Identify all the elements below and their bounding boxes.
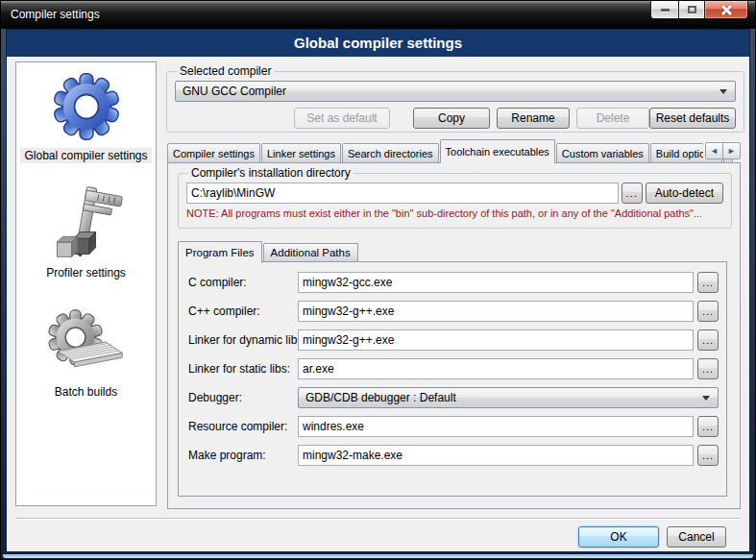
browse-cpp-compiler-button[interactable]: ... (697, 301, 719, 322)
sidebar-item-label: Batch builds (51, 384, 121, 400)
field-row-c-compiler: C compiler: ... (188, 272, 719, 293)
browse-make-program-button[interactable]: ... (697, 445, 719, 466)
resource-compiler-input[interactable] (298, 416, 694, 437)
tab-compiler-settings[interactable]: Compiler settings (167, 143, 260, 163)
chevron-down-icon (702, 396, 710, 401)
dialog-frame: Global compiler settings (6, 29, 750, 552)
copy-button[interactable]: Copy (413, 108, 490, 129)
arrow-left-icon: ◄ (710, 146, 719, 156)
titlebar[interactable]: Compiler settings (1, 1, 755, 29)
rename-button[interactable]: Rename (497, 108, 570, 129)
main-tabbar: Compiler settings Linker settings Search… (167, 137, 741, 163)
gear-gray-papers-icon (45, 304, 128, 381)
installation-directory-group-label: Compiler's installation directory (188, 166, 354, 180)
sidebar-item-batch-builds[interactable]: Batch builds (16, 304, 156, 400)
dynamic-linker-label: Linker for dynamic libs: (188, 333, 298, 347)
gear-blue-icon (51, 68, 122, 145)
minimize-button[interactable] (650, 1, 679, 19)
installation-directory-input[interactable] (186, 183, 619, 204)
make-program-input[interactable] (298, 445, 694, 466)
auto-detect-button[interactable]: Auto-detect (646, 183, 723, 204)
sidebar-item-global-compiler-settings[interactable]: Global compiler settings (16, 68, 156, 163)
restore-button[interactable] (678, 1, 705, 19)
program-files-page: C compiler: ... C++ compiler: ... Linker… (178, 261, 727, 497)
footer-divider (16, 518, 740, 520)
field-row-resource-compiler: Resource compiler: ... (188, 416, 719, 437)
window-title: Compiler settings (11, 8, 100, 21)
field-row-cpp-compiler: C++ compiler: ... (188, 301, 719, 322)
arrow-right-icon: ► (727, 146, 736, 156)
restore-icon (688, 6, 696, 13)
toolchain-executables-page: Compiler's installation directory ... Au… (167, 162, 741, 509)
field-row-debugger: Debugger: GDB/CDB debugger : Default (188, 387, 719, 408)
compiler-actions-row: Set as default Copy Rename Delete Reset … (175, 108, 736, 129)
sidebar-item-label: Profiler settings (42, 265, 130, 280)
debugger-value: GDB/CDB debugger : Default (305, 391, 702, 404)
tab-scroll-buttons: ◄ ► (703, 142, 741, 159)
ok-button[interactable]: OK (578, 526, 659, 548)
settings-category-sidebar: Global compiler settings (15, 61, 157, 506)
sidebar-item-profiler-settings[interactable]: Profiler settings (16, 185, 156, 280)
c-compiler-input[interactable] (298, 272, 694, 293)
delete-button[interactable]: Delete (576, 108, 649, 129)
make-program-label: Make program: (188, 449, 298, 462)
window-controls (650, 1, 748, 19)
tab-search-directories[interactable]: Search directories (342, 143, 439, 163)
program-files-tabbar: Program Files Additional Paths (178, 239, 359, 262)
cancel-button[interactable]: Cancel (667, 526, 726, 548)
installation-directory-row: ... Auto-detect (186, 183, 723, 204)
tab-scroll-right-button[interactable]: ► (722, 142, 741, 159)
static-linker-input[interactable] (298, 358, 694, 379)
page-title: Global compiler settings (7, 30, 749, 57)
subtab-additional-paths[interactable]: Additional Paths (263, 243, 358, 262)
caliper-icon (49, 185, 124, 262)
browse-resource-compiler-button[interactable]: ... (697, 416, 719, 437)
resource-compiler-label: Resource compiler: (188, 420, 298, 433)
close-icon (720, 4, 733, 16)
cpp-compiler-label: C++ compiler: (188, 304, 298, 318)
compiler-settings-window: Compiler settings Global compiler settin… (0, 0, 756, 560)
tab-custom-variables[interactable]: Custom variables (556, 143, 649, 163)
c-compiler-label: C compiler: (188, 276, 298, 289)
debugger-label: Debugger: (188, 391, 298, 404)
chevron-down-icon (719, 89, 727, 94)
field-row-static-linker: Linker for static libs: ... (188, 358, 719, 379)
static-linker-label: Linker for static libs: (188, 362, 298, 376)
installation-note: NOTE: All programs must exist either in … (186, 207, 723, 219)
selected-compiler-dropdown[interactable]: GNU GCC Compiler (175, 81, 736, 102)
browse-directory-button[interactable]: ... (622, 183, 643, 204)
set-as-default-button[interactable]: Set as default (294, 108, 390, 129)
selected-compiler-group-label: Selected compiler (177, 64, 274, 78)
tab-linker-settings[interactable]: Linker settings (261, 143, 341, 163)
minimize-icon (661, 9, 670, 12)
debugger-dropdown[interactable]: GDB/CDB debugger : Default (298, 387, 719, 408)
field-row-dynamic-linker: Linker for dynamic libs: ... (188, 329, 719, 351)
browse-c-compiler-button[interactable]: ... (697, 272, 719, 293)
tab-toolchain-executables[interactable]: Toolchain executables (440, 139, 555, 163)
installation-directory-group: Compiler's installation directory ... Au… (178, 166, 732, 229)
browse-static-linker-button[interactable]: ... (697, 358, 719, 379)
selected-compiler-group: Selected compiler GNU GCC Compiler Set a… (166, 64, 744, 133)
close-button[interactable] (704, 1, 748, 19)
dynamic-linker-input[interactable] (298, 329, 694, 351)
subtab-program-files[interactable]: Program Files (178, 241, 262, 263)
reset-defaults-button[interactable]: Reset defaults (649, 108, 736, 129)
field-row-make-program: Make program: ... (188, 445, 719, 466)
tab-scroll-left-button[interactable]: ◄ (705, 142, 723, 159)
selected-compiler-value: GNU GCC Compiler (183, 85, 719, 98)
browse-dynamic-linker-button[interactable]: ... (697, 329, 719, 351)
cpp-compiler-input[interactable] (298, 301, 694, 322)
sidebar-item-label: Global compiler settings (20, 148, 151, 163)
